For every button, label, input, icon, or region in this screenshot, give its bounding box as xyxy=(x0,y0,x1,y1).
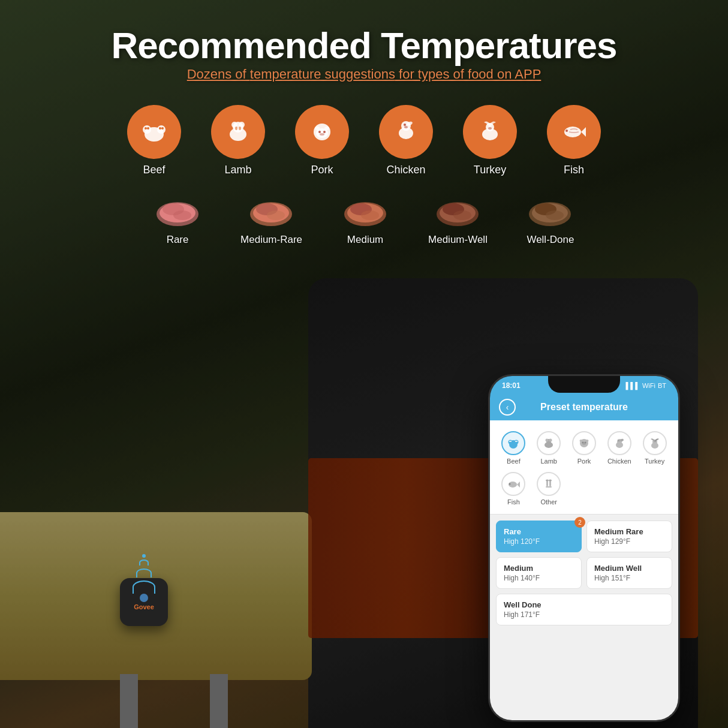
well-done-label: Well-Done xyxy=(527,234,574,246)
preset-medium-rare[interactable]: Medium Rare High 129°F xyxy=(586,521,672,552)
preset-well-done-name: Well Done xyxy=(504,600,664,609)
preset-rare-name: Rare xyxy=(504,527,574,536)
preset-medium-well[interactable]: Medium Well High 151°F xyxy=(586,557,672,589)
svg-point-7 xyxy=(159,127,161,130)
svg-point-58 xyxy=(516,441,518,442)
chicken-icon xyxy=(379,105,433,159)
nav-title: Preset temperature xyxy=(516,402,652,413)
signal-wave-3 xyxy=(133,580,155,594)
food-item-pork[interactable]: Pork xyxy=(295,105,349,176)
preset-medium-rare-name: Medium Rare xyxy=(594,527,664,536)
preset-medium[interactable]: Medium High 140°F xyxy=(496,557,582,589)
doneness-medium: Medium xyxy=(338,194,392,246)
preset-medium-name: Medium xyxy=(504,564,574,573)
phone-mockup-area: 18:01 ▌▌▌ WiFi BT ‹ Preset temperature xyxy=(488,374,680,722)
doneness-medium-rare: Medium-Rare xyxy=(240,194,302,246)
phone-cat-chicken[interactable]: Chicken xyxy=(601,428,637,468)
pork-icon xyxy=(295,105,349,159)
svg-point-43 xyxy=(361,210,379,220)
svg-point-14 xyxy=(239,127,241,130)
page-subtitle: Dozens of temperature suggestions for ty… xyxy=(111,67,616,82)
food-item-fish[interactable]: Fish xyxy=(547,105,601,176)
phone-nav-bar: ‹ Preset temperature xyxy=(490,394,678,420)
govee-logo: Govee xyxy=(134,603,154,610)
preset-rare[interactable]: Rare High 120°F xyxy=(496,521,582,552)
phone-fish-icon xyxy=(501,472,525,496)
beef-label: Beef xyxy=(143,164,165,176)
chicken-label: Chicken xyxy=(386,164,425,176)
svg-point-57 xyxy=(515,441,516,442)
subtitle-plain: Dozens of xyxy=(187,67,250,82)
fish-label: Fish xyxy=(564,164,584,176)
rare-label: Rare xyxy=(167,234,189,246)
preset-rare-temp: High 120°F xyxy=(504,537,574,546)
signal-dot xyxy=(142,554,146,558)
svg-point-80 xyxy=(549,480,552,482)
phone-cat-lamb[interactable]: Lamb xyxy=(531,428,567,468)
preset-rare-badge: 2 xyxy=(574,517,585,528)
preset-well-done-temp: High 171°F xyxy=(504,610,664,619)
doneness-well-done: Well-Done xyxy=(524,194,577,246)
svg-point-21 xyxy=(324,127,329,130)
beef-icon xyxy=(127,105,181,159)
svg-point-6 xyxy=(147,127,149,130)
lamb-label: Lamb xyxy=(224,164,251,176)
phone-chicken-icon xyxy=(607,431,631,455)
svg-point-62 xyxy=(549,439,552,442)
phone-lamb-label: Lamb xyxy=(540,458,557,465)
phone-turkey-label: Turkey xyxy=(645,458,664,465)
svg-point-61 xyxy=(546,439,549,442)
food-item-lamb[interactable]: Lamb xyxy=(211,105,265,176)
preset-well-done[interactable]: Well Done High 171°F xyxy=(496,594,672,625)
phone-turkey-icon xyxy=(643,431,667,455)
svg-point-76 xyxy=(509,483,511,485)
svg-point-53 xyxy=(509,440,513,444)
phone-cat-turkey[interactable]: Turkey xyxy=(637,428,672,468)
signal-waves xyxy=(133,554,155,594)
phone-cat-beef[interactable]: Beef xyxy=(496,428,531,468)
phone-screen-content: Beef Lamb xyxy=(490,420,678,720)
medium-rare-label: Medium-Rare xyxy=(240,234,302,246)
govee-device-area: Govee xyxy=(120,578,168,626)
back-button[interactable]: ‹ xyxy=(499,399,516,416)
rare-steak-icon xyxy=(151,194,204,230)
phone-cat-other[interactable]: Other xyxy=(531,468,567,509)
medium-rare-steak-icon xyxy=(245,194,299,230)
svg-point-55 xyxy=(509,441,510,442)
phone-cat-pork[interactable]: Pork xyxy=(567,428,602,468)
svg-point-5 xyxy=(145,127,147,130)
page-title: Recommended Temperatures xyxy=(111,24,616,67)
status-icons: ▌▌▌ WiFi BT xyxy=(626,382,666,389)
svg-point-19 xyxy=(320,133,324,136)
turkey-icon xyxy=(463,105,517,159)
phone-cat-fish[interactable]: Fish xyxy=(496,468,531,509)
preset-wrapper-medium-well: Medium Well High 151°F xyxy=(586,557,672,589)
lamb-icon xyxy=(211,105,265,159)
preset-medium-rare-temp: High 129°F xyxy=(594,537,664,546)
phone-beef-label: Beef xyxy=(507,458,521,465)
svg-point-31 xyxy=(565,130,568,132)
svg-point-17 xyxy=(318,131,321,133)
svg-point-13 xyxy=(235,127,237,130)
preset-wrapper-well-done: Well Done High 171°F xyxy=(496,594,672,625)
phone-notch xyxy=(548,376,620,393)
wifi-icon: WiFi xyxy=(642,382,655,389)
food-icons-row: Beef Lamb xyxy=(127,105,601,176)
svg-point-79 xyxy=(546,480,549,482)
medium-steak-icon xyxy=(338,194,392,230)
food-item-chicken[interactable]: Chicken xyxy=(379,105,433,176)
doneness-rare: Rare xyxy=(151,194,204,246)
preset-medium-well-name: Medium Well xyxy=(594,564,664,573)
food-item-beef[interactable]: Beef xyxy=(127,105,181,176)
phone-categories: Beef Lamb xyxy=(490,420,678,514)
phone-fish-label: Fish xyxy=(507,498,520,506)
svg-point-25 xyxy=(404,124,406,126)
phone-pork-label: Pork xyxy=(577,458,591,465)
turkey-label: Turkey xyxy=(474,164,506,176)
food-item-turkey[interactable]: Turkey xyxy=(463,105,517,176)
phone-other-label: Other xyxy=(540,498,557,506)
pork-label: Pork xyxy=(311,164,333,176)
signal-icon: ▌▌▌ xyxy=(626,382,640,389)
svg-point-51 xyxy=(546,210,564,220)
phone-lamb-icon xyxy=(537,431,561,455)
